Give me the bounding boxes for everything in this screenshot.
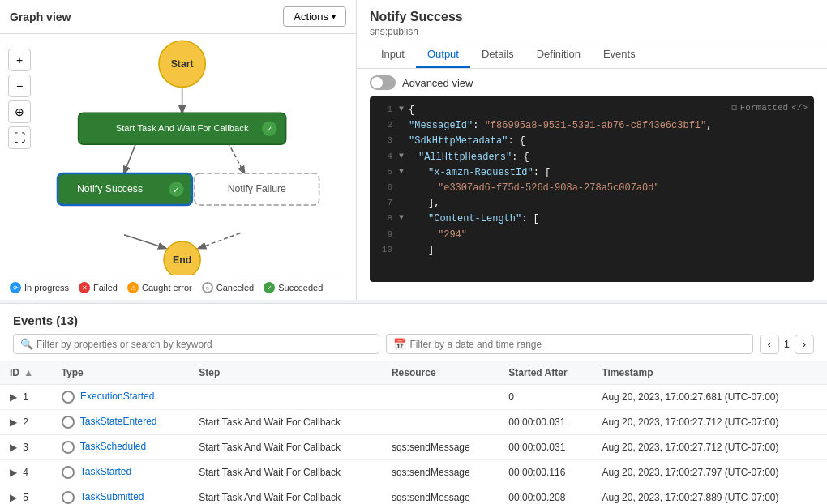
legend-succeeded: ✓ Succeeded bbox=[264, 282, 323, 293]
next-page-button[interactable]: › bbox=[795, 335, 814, 354]
filter-date-wrap: 📅 bbox=[386, 334, 752, 354]
detail-content: Advanced view ⧉ Formatted </> 1 ▼ { 2 "M… bbox=[357, 69, 827, 300]
pagination: ‹ 1 › bbox=[760, 335, 814, 354]
graph-legend: ⟳ In progress ✕ Failed ⚠ Caught error ○ … bbox=[0, 275, 356, 300]
event-type-link[interactable]: TaskScheduled bbox=[80, 441, 146, 452]
event-type-link[interactable]: TaskSubmitted bbox=[80, 491, 144, 502]
code-block: ⧉ Formatted </> 1 ▼ { 2 "MessageId": "f8… bbox=[370, 96, 814, 282]
svg-text:Start: Start bbox=[171, 58, 194, 70]
table-row: ▶ 2 TaskStateEntered Start Task And Wait… bbox=[0, 410, 827, 435]
formatted-label: Formatted bbox=[740, 103, 788, 113]
col-step: Step bbox=[189, 361, 382, 385]
filter-input-wrap: 🔍 bbox=[13, 334, 379, 354]
graph-header: Graph view Actions ▾ bbox=[0, 0, 356, 34]
zoom-in-button[interactable]: + bbox=[8, 49, 31, 71]
graph-svg: Start Start Task And Wait For Callback ✓… bbox=[0, 34, 356, 275]
legend-in-progress: ⟳ In progress bbox=[10, 282, 69, 293]
row-expand-button[interactable]: ▶ bbox=[10, 416, 17, 428]
svg-line-2 bbox=[228, 142, 244, 173]
code-line-8: 8 ▼ "Content-Length": [ bbox=[376, 211, 808, 227]
advanced-view-row: Advanced view bbox=[370, 75, 814, 90]
col-id[interactable]: ID ▲ bbox=[0, 361, 52, 385]
failed-icon: ✕ bbox=[79, 282, 90, 293]
code-line-2: 2 "MessageId": "f86995a8-9531-5391-ab76-… bbox=[376, 118, 808, 134]
row-status-icon bbox=[62, 491, 75, 504]
svg-text:Notify Failure: Notify Failure bbox=[228, 183, 286, 194]
keyword-search-input[interactable] bbox=[36, 339, 372, 350]
legend-failed: ✕ Failed bbox=[79, 282, 118, 293]
detail-header: Notify Success sns:publish bbox=[357, 0, 827, 41]
event-type-link[interactable]: ExecutionStarted bbox=[80, 391, 154, 402]
svg-text:✓: ✓ bbox=[173, 186, 179, 194]
table-row: ▶ 5 TaskSubmitted Start Task And Wait Fo… bbox=[0, 485, 827, 505]
in-progress-icon: ⟳ bbox=[10, 282, 21, 293]
bottom-section: Events (13) 🔍 📅 ‹ 1 › ID ▲ Type Step Res… bbox=[0, 303, 827, 504]
col-started-after: Started After bbox=[499, 361, 592, 385]
detail-panel: Notify Success sns:publish Input Output … bbox=[357, 0, 827, 300]
code-line-5: 5 ▼ "x-amzn-RequestId": [ bbox=[376, 165, 808, 181]
caught-error-icon: ⚠ bbox=[127, 282, 139, 293]
chevron-down-icon: ▾ bbox=[332, 12, 336, 21]
col-timestamp: Timestamp bbox=[592, 361, 827, 385]
sort-arrow-icon: ▲ bbox=[24, 367, 33, 378]
code-line-3: 3 "SdkHttpMetadata": { bbox=[376, 134, 808, 149]
date-range-input[interactable] bbox=[409, 339, 745, 350]
detail-title: Notify Success bbox=[370, 10, 814, 24]
svg-text:Start Task And Wait For Callba: Start Task And Wait For Callback bbox=[116, 123, 249, 133]
row-expand-button[interactable]: ▶ bbox=[10, 442, 17, 453]
advanced-view-toggle[interactable] bbox=[370, 75, 396, 90]
code-line-6: 6 "e3307ad6-f75d-526d-908a-278a5c007a0d" bbox=[376, 181, 808, 196]
center-button[interactable]: ⊕ bbox=[8, 100, 31, 123]
row-expand-button[interactable]: ▶ bbox=[10, 391, 17, 403]
tab-events[interactable]: Events bbox=[592, 41, 647, 68]
fit-button[interactable]: ⛶ bbox=[8, 126, 31, 149]
events-table: ID ▲ Type Step Resource Started After Ti… bbox=[0, 361, 827, 504]
copy-icon: ⧉ bbox=[731, 103, 737, 113]
table-row: ▶ 4 TaskStarted Start Task And Wait For … bbox=[0, 460, 827, 485]
row-expand-button[interactable]: ▶ bbox=[10, 467, 17, 478]
formatted-button[interactable]: ⧉ Formatted </> bbox=[731, 103, 808, 113]
row-status-icon bbox=[62, 416, 75, 429]
prev-page-button[interactable]: ‹ bbox=[760, 335, 779, 354]
table-row: ▶ 3 TaskScheduled Start Task And Wait Fo… bbox=[0, 435, 827, 460]
table-row: ▶ 1 ExecutionStarted 0 Aug 20, 2023, 17:… bbox=[0, 385, 827, 410]
graph-panel: Graph view Actions ▾ + − ⊕ ⛶ bbox=[0, 0, 357, 300]
code-line-9: 9 "294" bbox=[376, 228, 808, 243]
events-header: Events (13) bbox=[0, 304, 827, 334]
svg-text:Notify Success: Notify Success bbox=[77, 183, 143, 194]
row-status-icon bbox=[62, 391, 75, 404]
tab-details[interactable]: Details bbox=[470, 41, 525, 68]
svg-line-1 bbox=[124, 142, 136, 173]
legend-caught-error: ⚠ Caught error bbox=[127, 282, 192, 293]
row-status-icon bbox=[62, 441, 75, 454]
legend-canceled: ○ Canceled bbox=[202, 282, 254, 293]
events-filters: 🔍 📅 ‹ 1 › bbox=[0, 334, 827, 361]
calendar-icon: 📅 bbox=[393, 338, 406, 350]
tab-input[interactable]: Input bbox=[370, 41, 416, 68]
svg-text:End: End bbox=[173, 254, 191, 266]
graph-controls: + − ⊕ ⛶ bbox=[8, 49, 31, 149]
tab-definition[interactable]: Definition bbox=[525, 41, 592, 68]
page-number: 1 bbox=[784, 338, 790, 350]
toggle-knob bbox=[371, 77, 383, 88]
code-line-4: 4 ▼ "AllHttpHeaders": { bbox=[376, 150, 808, 165]
tab-output[interactable]: Output bbox=[416, 41, 470, 68]
table-header-row: ID ▲ Type Step Resource Started After Ti… bbox=[0, 361, 827, 385]
event-type-link[interactable]: TaskStarted bbox=[80, 466, 131, 477]
search-icon: 🔍 bbox=[20, 338, 33, 350]
code-icon: </> bbox=[791, 103, 808, 113]
detail-tabs: Input Output Details Definition Events bbox=[357, 41, 827, 69]
canceled-icon: ○ bbox=[202, 282, 213, 293]
event-type-link[interactable]: TaskStateEntered bbox=[80, 416, 157, 427]
col-resource: Resource bbox=[382, 361, 499, 385]
actions-button[interactable]: Actions ▾ bbox=[283, 6, 346, 27]
graph-title: Graph view bbox=[10, 11, 71, 23]
advanced-view-label: Advanced view bbox=[402, 77, 473, 89]
code-line-7: 7 ], bbox=[376, 196, 808, 211]
svg-line-3 bbox=[124, 235, 165, 248]
row-expand-button[interactable]: ▶ bbox=[10, 492, 17, 503]
code-line-10: 10 ] bbox=[376, 243, 808, 258]
svg-text:✓: ✓ bbox=[266, 125, 272, 134]
zoom-out-button[interactable]: − bbox=[8, 75, 31, 97]
row-status-icon bbox=[62, 466, 75, 479]
